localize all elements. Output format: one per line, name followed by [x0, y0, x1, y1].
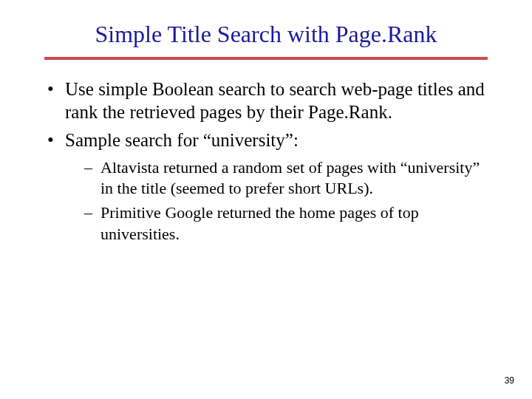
page-number: 39	[505, 375, 514, 386]
slide-title: Simple Title Search with Page.Rank	[44, 21, 488, 48]
sub-bullet-item: Primitive Google returned the home pages…	[65, 202, 488, 245]
bullet-item: Sample search for “university”: Altavist…	[44, 129, 488, 245]
sub-bullet-item: Altavista returned a random set of pages…	[65, 157, 488, 200]
title-divider	[44, 57, 488, 60]
main-bullet-list: Use simple Boolean search to search web-…	[44, 78, 488, 245]
bullet-text: Sample search for “university”:	[65, 130, 299, 150]
sub-bullet-list: Altavista returned a random set of pages…	[65, 157, 488, 245]
bullet-item: Use simple Boolean search to search web-…	[44, 78, 488, 124]
